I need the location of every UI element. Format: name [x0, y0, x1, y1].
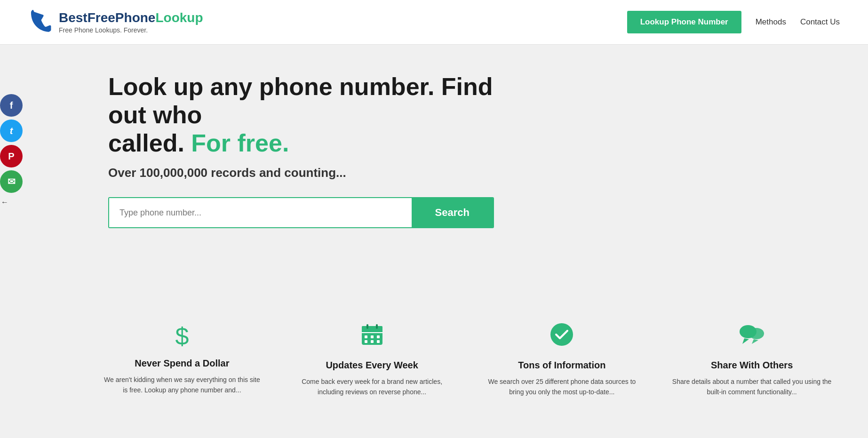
- svg-rect-1: [362, 326, 382, 333]
- hero-title-free: For free.: [191, 129, 289, 157]
- main-nav: Lookup Phone Number Methods Contact Us: [627, 11, 840, 33]
- features-section: $ Never Spend a Dollar We aren't kidding…: [0, 299, 868, 426]
- hero-title-called: called.: [108, 129, 184, 157]
- svg-marker-13: [742, 338, 749, 344]
- email-icon: ✉: [8, 176, 16, 187]
- feature-share-desc: Share details about a number that called…: [671, 376, 833, 398]
- methods-link[interactable]: Methods: [756, 17, 786, 27]
- phone-search-input[interactable]: [109, 198, 412, 227]
- twitter-icon: t: [10, 126, 13, 136]
- facebook-icon: f: [10, 100, 13, 111]
- hero-subtitle: Over 100,000,000 records and counting...: [108, 166, 840, 180]
- pinterest-icon: P: [8, 151, 14, 162]
- feature-never-spend-title: Never Spend a Dollar: [135, 358, 229, 369]
- svg-rect-3: [366, 324, 368, 329]
- feature-updates: Updates Every Week Come back every week …: [284, 313, 460, 407]
- feature-share-title: Share With Others: [711, 360, 793, 371]
- logo-best: Best: [59, 10, 88, 25]
- svg-rect-5: [365, 335, 367, 338]
- svg-point-11: [550, 323, 573, 346]
- dollar-icon: $: [175, 322, 189, 350]
- contact-us-link[interactable]: Contact Us: [800, 17, 840, 27]
- feature-tons-info: Tons of Information We search over 25 di…: [474, 313, 650, 407]
- logo-text: BestFreePhoneLookup Free Phone Lookups. …: [59, 10, 203, 34]
- hero-section: Look up any phone number. Find out who c…: [0, 45, 868, 299]
- feature-never-spend: $ Never Spend a Dollar We aren't kidding…: [94, 313, 270, 407]
- logo-tagline: Free Phone Lookups. Forever.: [59, 26, 203, 34]
- logo-phone: Phone: [115, 10, 156, 25]
- social-collapse-arrow[interactable]: ←: [0, 198, 9, 207]
- logo-lookup: Lookup: [155, 10, 203, 25]
- hero-title-text: Look up any phone number. Find out who: [108, 73, 493, 128]
- checkmark-circle-icon: [549, 322, 574, 352]
- svg-marker-15: [752, 339, 758, 344]
- feature-tons-info-title: Tons of Information: [518, 360, 605, 371]
- lookup-phone-button[interactable]: Lookup Phone Number: [627, 11, 741, 33]
- feature-share: Share With Others Share details about a …: [664, 313, 840, 407]
- svg-rect-6: [371, 335, 374, 338]
- hero-title: Look up any phone number. Find out who c…: [108, 73, 494, 157]
- logo-free: Free: [88, 10, 115, 25]
- feature-tons-info-desc: We search over 25 different phone data s…: [481, 376, 643, 398]
- calendar-icon: [360, 322, 384, 352]
- twitter-button[interactable]: t: [0, 119, 23, 142]
- svg-rect-4: [376, 324, 378, 329]
- site-header: BestFreePhoneLookup Free Phone Lookups. …: [0, 0, 868, 45]
- svg-rect-7: [377, 335, 380, 338]
- feature-never-spend-desc: We aren't kidding when we say everything…: [101, 374, 263, 396]
- svg-rect-9: [371, 340, 374, 343]
- chat-bubble-icon: [738, 322, 766, 352]
- feature-updates-desc: Come back every week for a brand new art…: [291, 376, 453, 398]
- svg-rect-8: [365, 340, 367, 343]
- email-button[interactable]: ✉: [0, 170, 23, 193]
- social-sidebar: f t P ✉ ←: [0, 94, 23, 207]
- svg-point-14: [749, 328, 764, 339]
- search-button[interactable]: Search: [412, 198, 493, 227]
- phone-logo-icon: [28, 7, 54, 38]
- search-bar: Search: [108, 197, 494, 228]
- svg-rect-10: [377, 340, 380, 343]
- facebook-button[interactable]: f: [0, 94, 23, 117]
- pinterest-button[interactable]: P: [0, 145, 23, 167]
- feature-updates-title: Updates Every Week: [326, 360, 418, 371]
- logo: BestFreePhoneLookup Free Phone Lookups. …: [28, 7, 203, 38]
